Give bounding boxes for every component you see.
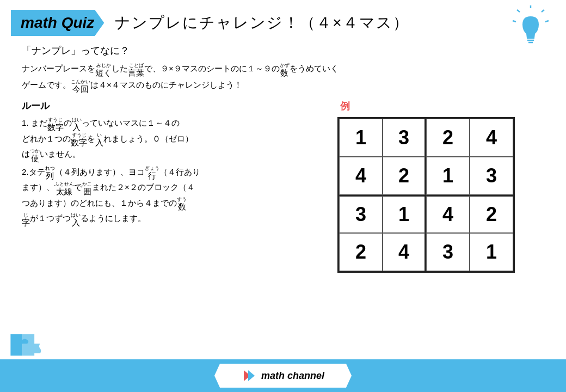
ruby-gyou: ぎょう 行 bbox=[145, 166, 159, 180]
intro-title: 「ナンプレ」ってなに？ bbox=[22, 44, 544, 57]
ruby-hai2: はい 入 bbox=[71, 212, 81, 226]
grid-cell-3-2: 3 bbox=[426, 233, 470, 271]
rule-1: 1. まだ すうじ 数字 の はい 入 っていないマスに１～４の どれか１つの bbox=[22, 115, 327, 162]
grid-cell-1-1: 2 bbox=[383, 157, 426, 195]
grid-cell-2-0: 3 bbox=[339, 195, 383, 233]
grid-cell-2-2: 4 bbox=[426, 195, 470, 233]
ruby-tsuka: つか 使 bbox=[30, 148, 40, 162]
grid-cell-0-0: 1 bbox=[339, 119, 383, 157]
ruby-futosen: ふとせん 太線 bbox=[54, 181, 74, 195]
grid-cell-3-0: 2 bbox=[339, 233, 383, 271]
svg-line-1 bbox=[542, 10, 544, 12]
rules-title: ルール bbox=[22, 100, 327, 112]
brand-icon bbox=[242, 368, 257, 383]
description-block: ナンバープレースを みじか 短く した ことば 言葉 で、９×９マスのシートのに… bbox=[22, 60, 544, 93]
grid-cell-1-2: 1 bbox=[426, 157, 470, 195]
puzzle-piece-icon bbox=[8, 329, 46, 359]
grid-cell-0-3: 4 bbox=[470, 119, 513, 157]
ruby-suu: すう 数 bbox=[177, 197, 187, 211]
ruby-suuji1: すうじ 数字 bbox=[47, 117, 64, 131]
ruby-kazu: かず 数 bbox=[280, 63, 290, 77]
grid-cell-2-1: 1 bbox=[383, 195, 426, 233]
sudoku-grid: 1324421331422431 bbox=[337, 117, 515, 273]
svg-line-4 bbox=[513, 21, 516, 22]
rules-section: ルール 1. まだ すうじ 数字 の はい 入 っていないマスに１～４の bbox=[22, 100, 327, 273]
ruby-hai1: はい 入 bbox=[72, 117, 82, 131]
ruby-konkai: こんかい 今回 bbox=[71, 79, 90, 93]
grid-cell-3-1: 4 bbox=[383, 233, 426, 271]
example-label: 例 bbox=[340, 100, 533, 113]
desc-text-1a: ナンバープレースを bbox=[22, 60, 95, 77]
ruby-kako: かこ 囲 bbox=[82, 181, 92, 195]
page-title: ナンプレにチャレンジ！（４×４マス） bbox=[115, 13, 409, 33]
desc-text-2b: は４×４マスのものにチャレンジしよう！ bbox=[90, 77, 242, 93]
math-quiz-badge: math Quiz bbox=[11, 10, 104, 36]
ruby-ji: じ 字 bbox=[22, 212, 30, 226]
footer-inner: math channel bbox=[214, 364, 352, 388]
ruby-mijika: みじか 短く bbox=[95, 63, 112, 77]
footer: math channel bbox=[0, 359, 566, 392]
grid-cell-3-3: 1 bbox=[470, 233, 513, 271]
middle-section: ルール 1. まだ すうじ 数字 の はい 入 っていないマスに１～４の bbox=[22, 100, 544, 273]
grid-cell-0-1: 3 bbox=[383, 119, 426, 157]
desc-text-1d: をうめていく bbox=[290, 60, 339, 77]
ruby-retsu: れつ 列 bbox=[45, 166, 55, 180]
svg-line-2 bbox=[517, 10, 520, 12]
svg-marker-9 bbox=[248, 370, 255, 381]
ruby-i: い 入 bbox=[95, 132, 103, 146]
ruby-suuji2: すうじ 数字 bbox=[71, 132, 87, 146]
grid-cell-1-3: 3 bbox=[470, 157, 513, 195]
desc-text-1b: した bbox=[112, 60, 128, 77]
rule-2: 2.タテ れつ 列 （４列あります）、ヨコ ぎょう 行 （４行あり ます）、 bbox=[22, 164, 327, 226]
desc-text-2a: ゲームです。 bbox=[22, 77, 71, 93]
footer-logo: math channel bbox=[242, 368, 324, 383]
desc-text-1c: で、９×９マスのシートのに１～９の bbox=[144, 60, 280, 77]
brand-text: math channel bbox=[261, 370, 324, 382]
page-header: math Quiz ナンプレにチャレンジ！（４×４マス） bbox=[0, 0, 566, 41]
ruby-kotoba: ことば 言葉 bbox=[128, 63, 144, 77]
badge-text: math Quiz bbox=[21, 14, 94, 31]
grid-cell-1-0: 4 bbox=[339, 157, 383, 195]
example-section: 例 1324421331422431 bbox=[337, 100, 533, 273]
grid-cell-2-3: 2 bbox=[470, 195, 513, 233]
lightbulb-icon bbox=[512, 5, 550, 44]
svg-line-3 bbox=[545, 21, 549, 22]
main-content: 「ナンプレ」ってなに？ ナンバープレースを みじか 短く した ことば 言葉 で… bbox=[0, 41, 566, 273]
grid-cell-0-2: 2 bbox=[426, 119, 470, 157]
